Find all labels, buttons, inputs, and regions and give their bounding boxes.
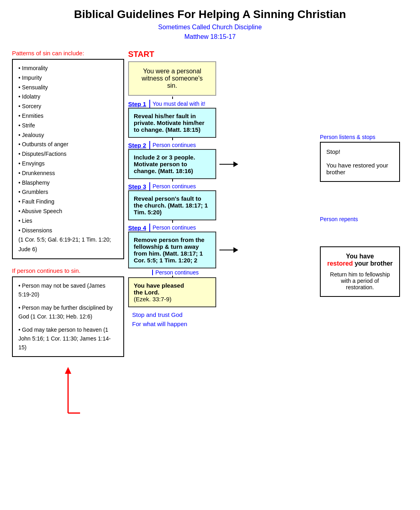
step3-row: Step 3 Person continues — [128, 182, 320, 190]
step2-box: Include 2 or 3 people. Motivate person t… — [128, 149, 216, 179]
if-continues-label: If person continues to sin. — [12, 267, 124, 274]
list-item: • Sorcery — [18, 102, 118, 111]
step4-box: Remove person from the fellowship & turn… — [128, 232, 216, 268]
outcomes-column: Person listens & stops Stop! You have re… — [320, 50, 408, 417]
list-item: • Disputes/Factions — [18, 149, 118, 159]
list-item: • Abusive Speech — [18, 207, 118, 216]
step2-continues: Person continues — [153, 142, 196, 148]
step1-continues: You must deal with it! — [153, 101, 205, 107]
list-item: • Drunkenness — [18, 169, 118, 178]
step2-row: Step 2 Person continues — [128, 141, 320, 149]
step3-box: Reveal person's fault to the church. (Ma… — [128, 190, 216, 220]
step3-continues: Person continues — [153, 183, 196, 189]
start-label: START — [128, 50, 154, 59]
list-item: • Outbursts of anger — [18, 140, 118, 149]
list-item: • Grumblers — [18, 187, 118, 197]
list-item: • Lies — [18, 216, 118, 226]
svg-marker-1 — [65, 367, 71, 374]
step1-label: Step 1 — [128, 101, 146, 107]
patterns-box: • Immorality • Impurity • Sensuality • I… — [12, 59, 124, 259]
subtitle: Sometimes Called Church Discipline Matth… — [8, 22, 412, 42]
step1-box: Reveal his/her fault in private. Motivat… — [128, 108, 216, 138]
step2-label: Step 2 — [128, 142, 146, 149]
step4-label: Step 4 — [128, 224, 146, 231]
list-item: • Fault Finding — [18, 197, 118, 207]
page-title: Biblical Guidelines For Helping A Sinnin… — [8, 8, 412, 21]
person-repents-label: Person repents — [320, 216, 408, 222]
list-item: • God may take person to heaven (1 John … — [18, 325, 118, 352]
list-item: (1 Cor. 5:5; Gal. 6:19-21; 1 Tim. 1:20; … — [18, 235, 118, 254]
bottom-text: Stop and trust God For what will happen — [132, 310, 187, 329]
list-item: • Idolatry — [18, 92, 118, 102]
list-item: • Person may be further disciplined by G… — [18, 303, 118, 321]
list-item: • Dissensions — [18, 226, 118, 236]
list-item: • Jealousy — [18, 131, 118, 140]
red-up-arrow-icon — [56, 365, 80, 417]
list-item: • Strife — [18, 121, 118, 131]
red-arrow-container — [12, 365, 124, 417]
consequences-box: • Person may not be saved (James 5:19-20… — [12, 276, 124, 357]
list-item: • Sensuality — [18, 83, 118, 93]
list-item: • Impurity — [18, 73, 118, 83]
final-continues-label: Person continues — [152, 269, 199, 276]
list-item: • Blasphemy — [18, 178, 118, 188]
step4-continues: Person continues — [153, 224, 196, 231]
final-box: You have pleased the Lord. (Ezek. 33:7-9… — [128, 277, 216, 307]
list-item: • Person may not be saved (James 5:19-20… — [18, 281, 118, 299]
start-box: You were a personal witness of someone's… — [128, 61, 216, 96]
left-column: Patterns of sin can include: • Immoralit… — [12, 50, 124, 417]
flow-column: START You were a personal witness of som… — [124, 50, 320, 417]
list-item: • Immorality — [18, 64, 118, 73]
stop-box: Stop! You have restored your brother — [320, 142, 400, 182]
step3-label: Step 3 — [128, 183, 146, 190]
step4-row: Step 4 Person continues — [128, 224, 320, 232]
list-item: • Enmities — [18, 111, 118, 121]
restored-box: You have restored your brother Return hi… — [320, 246, 400, 297]
step1-row: Step 1 You must deal with it! — [128, 100, 320, 108]
person-listens-label: Person listens & stops — [320, 134, 408, 140]
list-item: • Envyings — [18, 159, 118, 169]
patterns-label: Patterns of sin can include: — [12, 50, 124, 56]
